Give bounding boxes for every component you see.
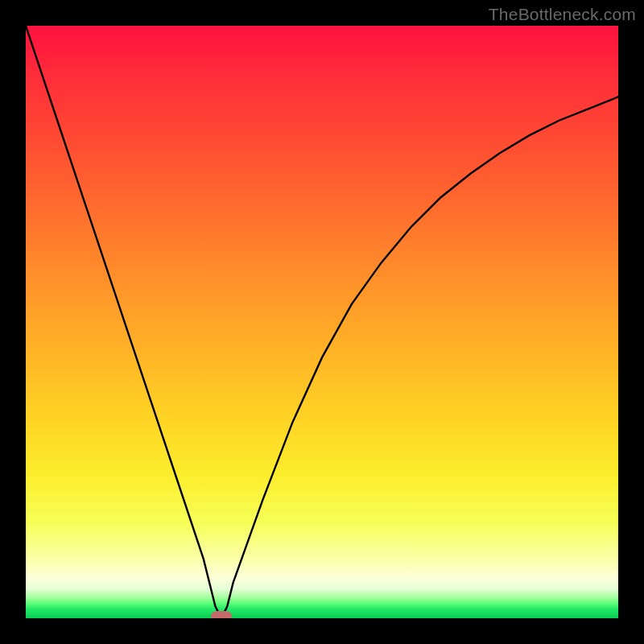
chart-frame: TheBottleneck.com [0, 0, 644, 644]
plot-area [26, 26, 618, 618]
min-marker [211, 611, 232, 618]
curve-layer [26, 26, 618, 618]
bottleneck-curve [26, 26, 618, 618]
watermark-text: TheBottleneck.com [489, 5, 636, 24]
